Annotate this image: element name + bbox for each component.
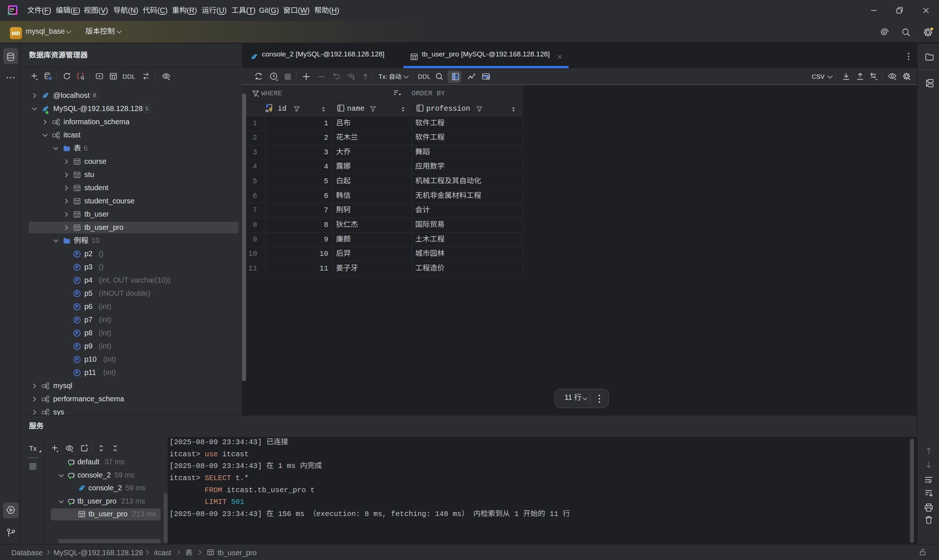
svg-text:P: P [76, 265, 79, 270]
svg-text:P: P [76, 331, 79, 336]
svg-text:P: P [76, 370, 79, 375]
svg-text:DG: DG [10, 7, 15, 11]
svg-text:P: P [76, 291, 79, 296]
svg-text:P: P [76, 251, 79, 257]
svg-text:P: P [76, 317, 79, 323]
svg-text:P: P [76, 357, 79, 362]
svg-text:P: P [76, 344, 79, 349]
svg-text:P: P [76, 278, 79, 283]
svg-text:P: P [76, 304, 79, 309]
